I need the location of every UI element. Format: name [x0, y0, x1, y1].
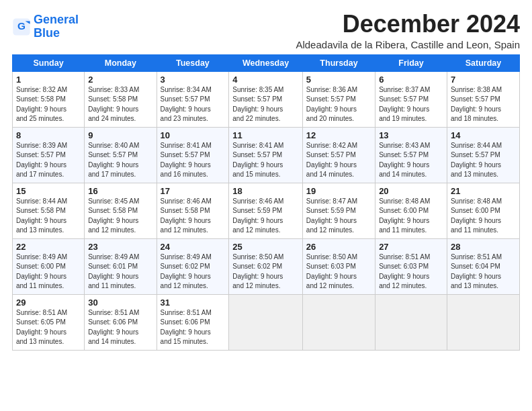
calendar-week-3: 15Sunrise: 8:44 AMSunset: 5:58 PMDayligh… — [13, 183, 520, 238]
calendar-cell — [302, 294, 375, 350]
calendar-cell: 8Sunrise: 8:39 AMSunset: 5:57 PMDaylight… — [13, 127, 85, 183]
calendar-cell — [229, 294, 303, 350]
title-block: December 2024 Aldeadavila de la Ribera, … — [296, 11, 520, 50]
day-info: Sunrise: 8:46 AMSunset: 5:59 PMDaylight:… — [232, 197, 299, 236]
day-info: Sunrise: 8:51 AMSunset: 6:06 PMDaylight:… — [161, 308, 226, 347]
day-number: 31 — [161, 298, 226, 308]
day-info: Sunrise: 8:47 AMSunset: 5:59 PMDaylight:… — [306, 197, 371, 236]
day-number: 7 — [451, 75, 516, 85]
calendar-cell: 21Sunrise: 8:48 AMSunset: 6:00 PMDayligh… — [447, 183, 519, 238]
day-info: Sunrise: 8:32 AMSunset: 5:58 PMDaylight:… — [16, 85, 81, 124]
calendar-cell: 15Sunrise: 8:44 AMSunset: 5:58 PMDayligh… — [13, 183, 85, 238]
day-info: Sunrise: 8:49 AMSunset: 6:00 PMDaylight:… — [16, 253, 81, 291]
calendar-cell: 23Sunrise: 8:49 AMSunset: 6:01 PMDayligh… — [85, 238, 157, 294]
day-number: 9 — [88, 130, 152, 140]
calendar-cell: 22Sunrise: 8:49 AMSunset: 6:00 PMDayligh… — [13, 238, 85, 294]
calendar-cell: 31Sunrise: 8:51 AMSunset: 6:06 PMDayligh… — [157, 294, 229, 350]
day-info: Sunrise: 8:38 AMSunset: 5:57 PMDaylight:… — [451, 85, 516, 124]
calendar-cell: 9Sunrise: 8:40 AMSunset: 5:57 PMDaylight… — [85, 127, 157, 183]
day-number: 19 — [306, 186, 371, 196]
day-number: 23 — [88, 242, 152, 252]
day-info: Sunrise: 8:40 AMSunset: 5:57 PMDaylight:… — [88, 141, 152, 180]
calendar-cell: 28Sunrise: 8:51 AMSunset: 6:04 PMDayligh… — [447, 238, 519, 294]
day-number: 5 — [306, 75, 371, 85]
calendar-cell: 20Sunrise: 8:48 AMSunset: 6:00 PMDayligh… — [375, 183, 447, 238]
day-info: Sunrise: 8:45 AMSunset: 5:58 PMDaylight:… — [88, 197, 152, 236]
day-number: 16 — [88, 186, 152, 196]
day-header-wednesday: Wednesday — [229, 54, 303, 71]
day-number: 22 — [16, 242, 81, 252]
svg-text:G: G — [17, 20, 26, 32]
day-number: 20 — [379, 186, 443, 196]
logo: G General Blue — [12, 13, 79, 40]
calendar-cell: 14Sunrise: 8:44 AMSunset: 5:57 PMDayligh… — [447, 127, 519, 183]
day-info: Sunrise: 8:41 AMSunset: 5:57 PMDaylight:… — [161, 141, 226, 180]
calendar-cell: 11Sunrise: 8:41 AMSunset: 5:57 PMDayligh… — [229, 127, 303, 183]
main-title: December 2024 — [296, 11, 520, 38]
day-number: 10 — [161, 130, 226, 140]
day-info: Sunrise: 8:39 AMSunset: 5:57 PMDaylight:… — [16, 141, 81, 180]
day-info: Sunrise: 8:44 AMSunset: 5:58 PMDaylight:… — [16, 197, 81, 236]
day-number: 12 — [306, 130, 371, 140]
calendar-cell: 5Sunrise: 8:36 AMSunset: 5:57 PMDaylight… — [302, 71, 375, 127]
logo-icon: G — [12, 17, 31, 36]
calendar-cell — [447, 294, 519, 350]
day-info: Sunrise: 8:49 AMSunset: 6:02 PMDaylight:… — [161, 253, 226, 291]
day-info: Sunrise: 8:51 AMSunset: 6:06 PMDaylight:… — [88, 308, 152, 347]
day-number: 1 — [16, 75, 81, 85]
calendar-cell: 18Sunrise: 8:46 AMSunset: 5:59 PMDayligh… — [229, 183, 303, 238]
calendar-cell: 12Sunrise: 8:42 AMSunset: 5:57 PMDayligh… — [302, 127, 375, 183]
calendar-body: 1Sunrise: 8:32 AMSunset: 5:58 PMDaylight… — [13, 71, 520, 350]
day-info: Sunrise: 8:46 AMSunset: 5:58 PMDaylight:… — [161, 197, 226, 236]
day-number: 28 — [451, 242, 516, 252]
day-number: 14 — [451, 130, 516, 140]
calendar-cell: 10Sunrise: 8:41 AMSunset: 5:57 PMDayligh… — [157, 127, 229, 183]
day-info: Sunrise: 8:51 AMSunset: 6:04 PMDaylight:… — [451, 253, 516, 291]
calendar-cell: 30Sunrise: 8:51 AMSunset: 6:06 PMDayligh… — [85, 294, 157, 350]
day-info: Sunrise: 8:42 AMSunset: 5:57 PMDaylight:… — [306, 141, 371, 180]
day-info: Sunrise: 8:41 AMSunset: 5:57 PMDaylight:… — [232, 141, 299, 180]
calendar-week-2: 8Sunrise: 8:39 AMSunset: 5:57 PMDaylight… — [13, 127, 520, 183]
calendar-cell: 26Sunrise: 8:50 AMSunset: 6:03 PMDayligh… — [302, 238, 375, 294]
day-info: Sunrise: 8:34 AMSunset: 5:57 PMDaylight:… — [161, 85, 226, 124]
calendar-table: SundayMondayTuesdayWednesdayThursdayFrid… — [12, 54, 520, 351]
day-info: Sunrise: 8:49 AMSunset: 6:01 PMDaylight:… — [88, 253, 152, 291]
calendar-cell: 19Sunrise: 8:47 AMSunset: 5:59 PMDayligh… — [302, 183, 375, 238]
calendar-header: SundayMondayTuesdayWednesdayThursdayFrid… — [13, 54, 520, 71]
logo-line2: Blue — [34, 26, 60, 40]
day-number: 25 — [232, 242, 299, 252]
logo-line1: General — [34, 13, 79, 26]
day-number: 8 — [16, 130, 81, 140]
calendar-week-1: 1Sunrise: 8:32 AMSunset: 5:58 PMDaylight… — [13, 71, 520, 127]
day-info: Sunrise: 8:51 AMSunset: 6:03 PMDaylight:… — [379, 253, 443, 291]
calendar-cell: 27Sunrise: 8:51 AMSunset: 6:03 PMDayligh… — [375, 238, 447, 294]
calendar-cell: 16Sunrise: 8:45 AMSunset: 5:58 PMDayligh… — [85, 183, 157, 238]
day-info: Sunrise: 8:43 AMSunset: 5:57 PMDaylight:… — [379, 141, 443, 180]
calendar-cell: 6Sunrise: 8:37 AMSunset: 5:57 PMDaylight… — [375, 71, 447, 127]
day-number: 2 — [88, 75, 152, 85]
day-number: 26 — [306, 242, 371, 252]
day-number: 4 — [232, 75, 299, 85]
day-info: Sunrise: 8:44 AMSunset: 5:57 PMDaylight:… — [451, 141, 516, 180]
calendar-cell: 17Sunrise: 8:46 AMSunset: 5:58 PMDayligh… — [157, 183, 229, 238]
day-info: Sunrise: 8:35 AMSunset: 5:57 PMDaylight:… — [232, 85, 299, 124]
day-info: Sunrise: 8:37 AMSunset: 5:57 PMDaylight:… — [379, 85, 443, 124]
subtitle: Aldeadavila de la Ribera, Castille and L… — [296, 39, 520, 50]
day-header-saturday: Saturday — [447, 54, 519, 71]
day-number: 18 — [232, 186, 299, 196]
calendar-cell: 1Sunrise: 8:32 AMSunset: 5:58 PMDaylight… — [13, 71, 85, 127]
day-header-tuesday: Tuesday — [157, 54, 229, 71]
day-number: 24 — [161, 242, 226, 252]
calendar-cell: 3Sunrise: 8:34 AMSunset: 5:57 PMDaylight… — [157, 71, 229, 127]
day-number: 30 — [88, 298, 152, 308]
day-number: 13 — [379, 130, 443, 140]
day-number: 17 — [161, 186, 226, 196]
calendar-cell — [375, 294, 447, 350]
calendar-week-4: 22Sunrise: 8:49 AMSunset: 6:00 PMDayligh… — [13, 238, 520, 294]
calendar-week-5: 29Sunrise: 8:51 AMSunset: 6:05 PMDayligh… — [13, 294, 520, 350]
day-info: Sunrise: 8:50 AMSunset: 6:02 PMDaylight:… — [232, 253, 299, 291]
day-number: 15 — [16, 186, 81, 196]
calendar-cell: 13Sunrise: 8:43 AMSunset: 5:57 PMDayligh… — [375, 127, 447, 183]
day-info: Sunrise: 8:48 AMSunset: 6:00 PMDaylight:… — [451, 197, 516, 236]
day-header-friday: Friday — [375, 54, 447, 71]
